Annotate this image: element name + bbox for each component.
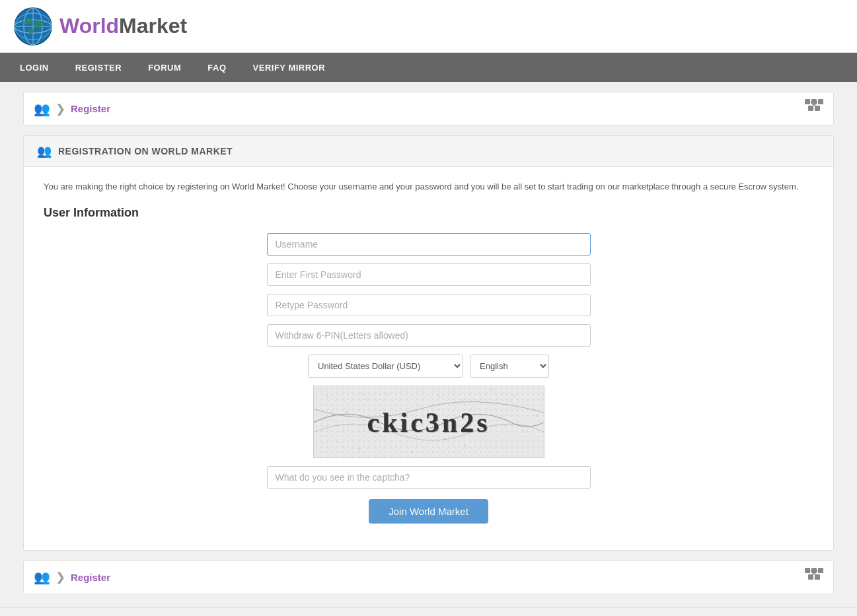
select-row: United States Dollar (USD) Euro (EUR) Bi… bbox=[44, 355, 813, 378]
svg-point-29 bbox=[464, 444, 465, 446]
nav-login[interactable]: LOGIN bbox=[7, 53, 62, 82]
svg-point-25 bbox=[359, 448, 360, 449]
logo[interactable]: WorldMarket bbox=[13, 7, 187, 46]
card-description: You are making the right choice by regis… bbox=[44, 180, 813, 194]
card-title: REGISTRATION ON WORLD MARKET bbox=[58, 146, 233, 156]
submit-wrapper: Join World Market bbox=[44, 499, 813, 524]
captcha-input[interactable] bbox=[267, 466, 591, 489]
section-title: User Information bbox=[44, 206, 813, 220]
register-icon: 👥 bbox=[37, 144, 52, 158]
nav-forum[interactable]: FORUM bbox=[135, 53, 194, 82]
breadcrumb-bar-top: 👥 ❯ Register bbox=[23, 92, 834, 125]
language-select[interactable]: English Deutsch Français Español bbox=[470, 355, 549, 378]
svg-point-34 bbox=[342, 428, 344, 430]
retype-password-input[interactable] bbox=[267, 294, 591, 316]
svg-point-26 bbox=[385, 392, 387, 394]
svg-rect-50 bbox=[805, 568, 810, 573]
captcha-image-wrapper: ckic3n2s bbox=[44, 386, 813, 458]
svg-point-22 bbox=[523, 431, 525, 432]
currency-select[interactable]: United States Dollar (USD) Euro (EUR) Bi… bbox=[308, 355, 463, 378]
chevron-right-icon-bottom: ❯ bbox=[56, 570, 65, 584]
captcha-input-group bbox=[44, 466, 813, 489]
nav-faq[interactable]: FAQ bbox=[194, 53, 239, 82]
svg-point-35 bbox=[355, 409, 357, 410]
svg-point-28 bbox=[437, 395, 439, 397]
breadcrumb-label: Register bbox=[71, 103, 110, 114]
breadcrumb-bar-bottom: 👥 ❯ Register bbox=[23, 561, 834, 594]
chevron-right-icon: ❯ bbox=[56, 102, 65, 116]
registration-card: 👥 REGISTRATION ON WORLD MARKET You are m… bbox=[23, 135, 834, 551]
password-group bbox=[44, 263, 813, 286]
svg-point-38 bbox=[398, 442, 400, 443]
svg-point-44 bbox=[480, 438, 482, 440]
svg-rect-53 bbox=[808, 574, 813, 580]
svg-point-33 bbox=[330, 405, 331, 407]
svg-point-30 bbox=[490, 389, 492, 390]
main-content: 👥 ❯ Register 👥 REGISTRATION ON WORLD MAR… bbox=[0, 82, 857, 604]
pin-group bbox=[44, 324, 813, 347]
username-group bbox=[44, 233, 813, 256]
svg-point-23 bbox=[536, 415, 537, 416]
svg-point-32 bbox=[323, 419, 324, 420]
svg-point-16 bbox=[365, 399, 367, 400]
svg-rect-8 bbox=[818, 99, 823, 104]
svg-rect-6 bbox=[805, 99, 810, 104]
captcha-image: ckic3n2s bbox=[313, 386, 544, 458]
svg-point-14 bbox=[326, 395, 327, 397]
nav-verify-mirror[interactable]: VERIFY MIRROR bbox=[240, 53, 339, 82]
captcha-text: ckic3n2s bbox=[367, 407, 490, 438]
navbar: LOGIN REGISTER FORUM FAQ VERIFY MIRROR bbox=[0, 53, 857, 82]
svg-point-39 bbox=[408, 402, 410, 403]
user-add-icon: 👥 bbox=[34, 101, 50, 117]
join-button[interactable]: Join World Market bbox=[369, 499, 488, 524]
user-add-icon-bottom: 👥 bbox=[34, 569, 50, 585]
svg-point-46 bbox=[503, 425, 505, 427]
svg-point-47 bbox=[513, 395, 515, 397]
svg-rect-52 bbox=[818, 568, 823, 573]
svg-point-24 bbox=[336, 441, 337, 442]
svg-point-49 bbox=[540, 405, 541, 407]
pin-input[interactable] bbox=[267, 324, 591, 347]
password-input[interactable] bbox=[267, 263, 591, 286]
svg-point-15 bbox=[346, 411, 347, 413]
svg-point-27 bbox=[411, 451, 413, 453]
site-map-icon-bottom bbox=[805, 568, 823, 587]
svg-point-48 bbox=[530, 442, 531, 443]
svg-point-43 bbox=[461, 399, 462, 400]
retype-password-group bbox=[44, 294, 813, 316]
svg-rect-10 bbox=[815, 106, 820, 111]
globe-icon bbox=[13, 7, 53, 46]
svg-rect-9 bbox=[808, 106, 813, 111]
card-body: You are making the right choice by regis… bbox=[24, 167, 833, 537]
logo-text: WorldMarket bbox=[59, 14, 187, 38]
svg-point-31 bbox=[516, 421, 518, 423]
site-map-icon bbox=[805, 99, 823, 118]
breadcrumb-left: 👥 ❯ Register bbox=[34, 101, 110, 117]
svg-rect-54 bbox=[815, 574, 820, 580]
header: WorldMarket bbox=[0, 0, 857, 53]
page-footer: Copyright © 2020 World Market Server Tim… bbox=[0, 607, 857, 616]
breadcrumb-bottom-left: 👥 ❯ Register bbox=[34, 569, 110, 585]
username-input[interactable] bbox=[267, 233, 591, 256]
svg-point-40 bbox=[425, 448, 426, 449]
card-header: 👥 REGISTRATION ON WORLD MARKET bbox=[24, 136, 833, 167]
nav-register[interactable]: REGISTER bbox=[62, 53, 135, 82]
breadcrumb-label-bottom: Register bbox=[71, 572, 110, 583]
